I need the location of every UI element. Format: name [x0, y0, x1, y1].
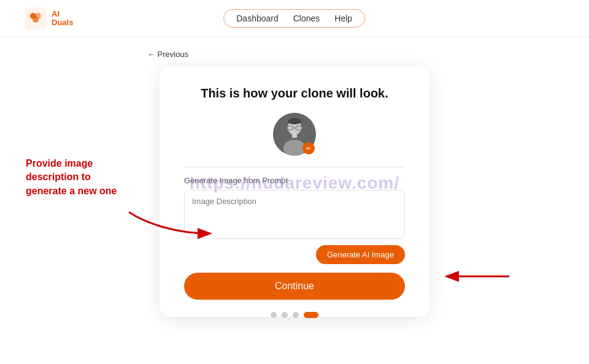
dot-3: [293, 312, 299, 318]
main-content: ← Previous This is how your clone will l…: [0, 37, 589, 329]
logo-ai-label: AI: [52, 10, 73, 18]
nav-clones[interactable]: Clones: [293, 13, 320, 23]
back-button[interactable]: ← Previous: [147, 50, 188, 59]
generate-ai-image-button[interactable]: Generate AI Image: [316, 245, 405, 264]
dot-2: [282, 312, 288, 318]
logo-duals-label: Duals: [52, 18, 73, 27]
avatar-edit-button[interactable]: ✏: [302, 142, 315, 154]
annotation-text: Provide image description to generate a …: [26, 157, 124, 198]
main-nav: Dashboard Clones Help: [223, 9, 365, 28]
dot-1: [271, 312, 277, 318]
image-description-input[interactable]: [184, 190, 405, 239]
continue-button[interactable]: Continue: [184, 273, 405, 300]
pagination-dots: [271, 312, 318, 318]
logo-text: AI Duals: [52, 10, 73, 28]
card-title: This is how your clone will look.: [201, 86, 388, 100]
dot-4-active: [304, 312, 318, 318]
svg-point-3: [33, 17, 39, 23]
logo-icon: [25, 7, 47, 29]
pencil-icon: ✏: [306, 145, 311, 152]
divider: [184, 167, 405, 167]
generate-label: Generate Image from Prompt: [184, 176, 405, 185]
logo: AI Duals: [25, 7, 73, 29]
svg-point-9: [288, 118, 301, 124]
nav-help[interactable]: Help: [334, 13, 352, 23]
clone-preview-card: This is how your clone will look.: [160, 67, 429, 317]
back-label: ← Previous: [147, 50, 188, 59]
svg-rect-11: [292, 133, 297, 138]
gen-btn-row: Generate AI Image: [184, 245, 405, 264]
header: AI Duals Dashboard Clones Help: [0, 0, 589, 37]
nav-dashboard[interactable]: Dashboard: [236, 13, 279, 23]
avatar-wrapper: ✏: [273, 113, 316, 156]
